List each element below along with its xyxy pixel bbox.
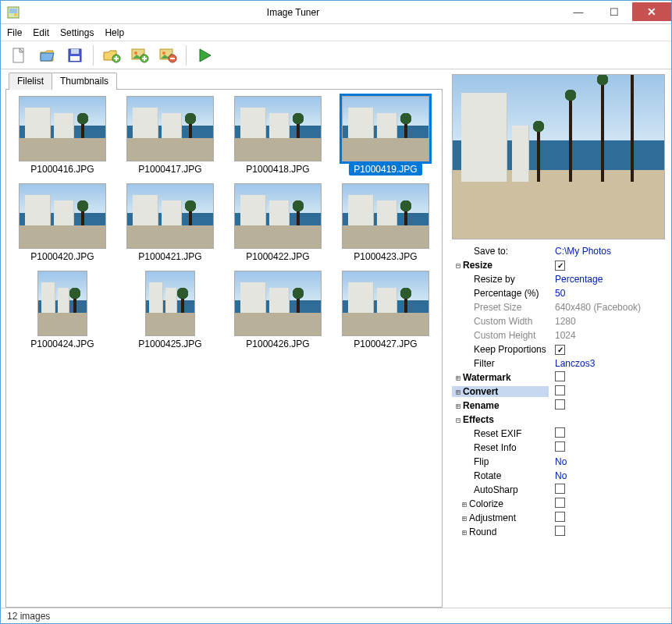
toolbar-separator bbox=[93, 45, 94, 66]
collapse-icon[interactable]: ⊟ bbox=[453, 261, 463, 270]
watermark-checkbox[interactable] bbox=[555, 371, 565, 381]
remove-image-button[interactable] bbox=[155, 43, 181, 68]
prop-autosharp[interactable]: AutoSharp bbox=[452, 483, 665, 497]
prop-adjustment[interactable]: ⊞Adjustment bbox=[452, 511, 665, 525]
thumbnail-image bbox=[342, 271, 429, 336]
tab-filelist[interactable]: Filelist bbox=[9, 73, 52, 90]
thumbnail-item[interactable]: P1000419.JPG bbox=[334, 96, 437, 176]
thumbnail-item[interactable]: P1000424.JPG bbox=[11, 271, 114, 350]
thumbnails-panel: P1000416.JPGP1000417.JPGP1000418.JPGP100… bbox=[5, 89, 443, 608]
keep-proportions-checkbox[interactable] bbox=[555, 345, 565, 355]
titlebar: Image Tuner — ☐ ✕ bbox=[1, 1, 671, 24]
thumbnail-image bbox=[19, 183, 106, 249]
prop-rotate[interactable]: Rotate No bbox=[452, 469, 665, 483]
svg-point-16 bbox=[162, 51, 165, 55]
expand-icon[interactable]: ⊞ bbox=[460, 514, 469, 523]
app-icon bbox=[5, 5, 21, 20]
thumbnail-image bbox=[234, 271, 322, 336]
right-pane: Save to: C:\My Photos ⊟Resize Resize by … bbox=[447, 69, 671, 608]
thumbnail-item[interactable]: P1000423.JPG bbox=[334, 183, 437, 263]
thumbnail-image bbox=[234, 183, 322, 249]
content-area: Filelist Thumbnails P1000416.JPGP1000417… bbox=[1, 69, 671, 608]
thumbnail-caption: P1000426.JPG bbox=[241, 338, 314, 350]
reset-exif-checkbox[interactable] bbox=[555, 427, 565, 438]
prop-convert[interactable]: ⊞Convert bbox=[452, 385, 665, 399]
properties-panel: Save to: C:\My Photos ⊟Resize Resize by … bbox=[452, 244, 665, 608]
colorize-checkbox[interactable] bbox=[555, 498, 565, 508]
thumbnail-item[interactable]: P1000426.JPG bbox=[226, 271, 329, 350]
resize-checkbox[interactable] bbox=[555, 261, 565, 271]
prop-rename[interactable]: ⊞Rename bbox=[452, 399, 665, 413]
expand-icon[interactable]: ⊞ bbox=[453, 374, 463, 382]
new-button[interactable] bbox=[5, 43, 32, 68]
maximize-button[interactable]: ☐ bbox=[596, 2, 632, 21]
thumbnail-item[interactable]: P1000427.JPG bbox=[334, 271, 437, 350]
toolbar bbox=[1, 41, 671, 69]
reset-info-checkbox[interactable] bbox=[555, 441, 565, 452]
svg-point-2 bbox=[14, 13, 17, 16]
svg-rect-1 bbox=[9, 9, 17, 13]
thumbnail-image bbox=[19, 96, 106, 161]
thumbnail-image bbox=[126, 96, 214, 161]
thumbnail-item[interactable]: P1000422.JPG bbox=[226, 183, 329, 263]
menu-edit[interactable]: Edit bbox=[33, 27, 49, 38]
menu-help[interactable]: Help bbox=[105, 27, 124, 38]
run-button[interactable] bbox=[191, 43, 218, 68]
prop-resize[interactable]: ⊟Resize bbox=[452, 258, 665, 272]
menu-settings[interactable]: Settings bbox=[60, 27, 94, 38]
thumbnail-item[interactable]: P1000420.JPG bbox=[11, 183, 114, 263]
prop-filter[interactable]: Filter Lanczos3 bbox=[452, 356, 665, 370]
left-tabs: Filelist Thumbnails bbox=[9, 73, 443, 90]
expand-icon[interactable]: ⊞ bbox=[460, 528, 469, 537]
preview-image bbox=[452, 74, 665, 239]
add-image-button[interactable] bbox=[126, 43, 153, 68]
prop-custom-width: Custom Width 1280 bbox=[452, 314, 665, 328]
thumbnail-item[interactable]: P1000417.JPG bbox=[119, 96, 222, 176]
svg-rect-6 bbox=[70, 56, 80, 61]
save-button[interactable] bbox=[62, 43, 88, 68]
convert-checkbox[interactable] bbox=[555, 385, 565, 395]
thumbnail-item[interactable]: P1000416.JPG bbox=[11, 96, 114, 176]
thumbnail-image bbox=[342, 96, 429, 161]
thumbnail-caption: P1000425.JPG bbox=[133, 338, 206, 350]
window-controls: — ☐ ✕ bbox=[560, 3, 671, 21]
thumbnail-grid: P1000416.JPGP1000417.JPGP1000418.JPGP100… bbox=[11, 96, 437, 350]
expand-icon[interactable]: ⊞ bbox=[453, 402, 463, 410]
app-window: Image Tuner — ☐ ✕ File Edit Settings Hel… bbox=[0, 0, 672, 624]
prop-watermark[interactable]: ⊞Watermark bbox=[452, 370, 665, 385]
prop-reset-info[interactable]: Reset Info bbox=[452, 441, 665, 455]
window-title: Image Tuner bbox=[26, 7, 560, 18]
tab-thumbnails[interactable]: Thumbnails bbox=[52, 73, 117, 90]
collapse-icon[interactable]: ⊟ bbox=[453, 416, 463, 424]
thumbnail-item[interactable]: P1000418.JPG bbox=[226, 96, 329, 176]
prop-save-to[interactable]: Save to: C:\My Photos bbox=[452, 244, 665, 258]
close-button[interactable]: ✕ bbox=[632, 2, 671, 21]
prop-keep-proportions[interactable]: Keep Proportions bbox=[452, 342, 665, 356]
rename-checkbox[interactable] bbox=[555, 399, 565, 410]
prop-percentage[interactable]: Percentage (%) 50 bbox=[452, 286, 665, 300]
round-checkbox[interactable] bbox=[555, 526, 565, 536]
add-folder-button[interactable] bbox=[98, 43, 125, 68]
open-button[interactable] bbox=[34, 43, 60, 68]
thumbnail-item[interactable]: P1000425.JPG bbox=[119, 271, 222, 350]
status-bar: 12 images bbox=[1, 608, 671, 623]
prop-flip[interactable]: Flip No bbox=[452, 455, 665, 469]
thumbnail-caption: P1000422.JPG bbox=[241, 250, 314, 263]
expand-icon[interactable]: ⊞ bbox=[453, 388, 463, 396]
prop-round[interactable]: ⊞Round bbox=[452, 525, 665, 539]
prop-effects[interactable]: ⊟Effects bbox=[452, 413, 665, 427]
menubar: File Edit Settings Help bbox=[1, 24, 671, 41]
menu-file[interactable]: File bbox=[7, 27, 22, 38]
thumbnail-caption: P1000427.JPG bbox=[349, 338, 421, 350]
thumbnail-image bbox=[342, 183, 429, 249]
prop-colorize[interactable]: ⊞Colorize bbox=[452, 497, 665, 511]
autosharp-checkbox[interactable] bbox=[555, 484, 565, 494]
thumbnail-caption: P1000417.JPG bbox=[133, 163, 206, 176]
thumbnail-item[interactable]: P1000421.JPG bbox=[119, 183, 222, 263]
minimize-button[interactable]: — bbox=[560, 2, 596, 21]
prop-resize-by[interactable]: Resize by Percentage bbox=[452, 272, 665, 286]
thumbnail-image bbox=[145, 271, 195, 336]
prop-reset-exif[interactable]: Reset EXIF bbox=[452, 427, 665, 441]
adjustment-checkbox[interactable] bbox=[555, 512, 565, 522]
expand-icon[interactable]: ⊞ bbox=[460, 500, 469, 509]
